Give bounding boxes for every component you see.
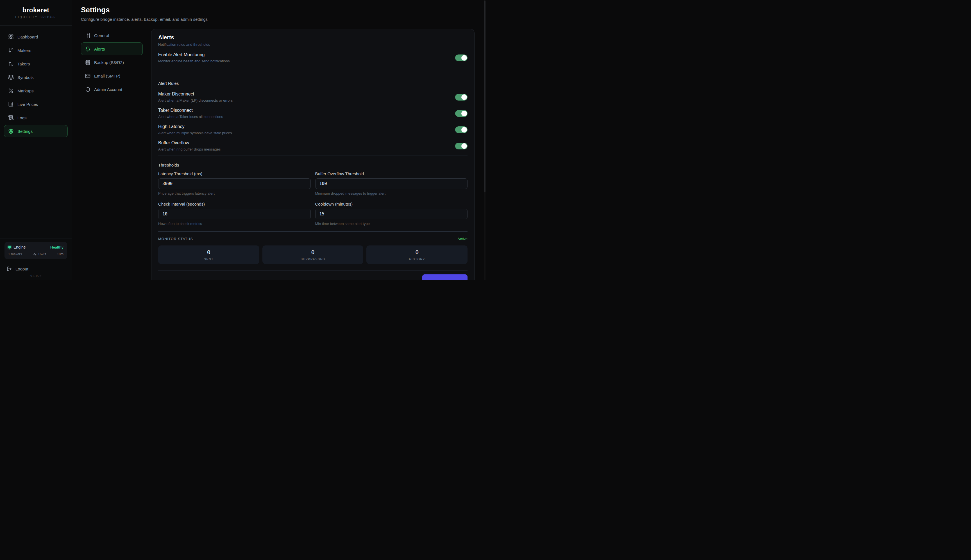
sidebar-footer: Engine Healthy 1 makers 162/s 18m Logout… (0, 238, 72, 280)
sidebar-item-takers[interactable]: Takers (4, 58, 68, 70)
tab-label: Alerts (94, 47, 105, 52)
buffer-overflow-toggle[interactable] (455, 143, 467, 149)
rule-title: Maker Disconnect (158, 92, 233, 97)
tab-alerts[interactable]: Alerts (81, 42, 143, 55)
tab-label: Email (SMTP) (94, 73, 120, 78)
layers-icon (8, 75, 14, 80)
sidebar-nav: Dashboard Makers Takers Symbols Markups … (0, 25, 72, 137)
enable-monitoring-desc: Monitor engine health and send notificat… (158, 59, 230, 63)
stat-label: SENT (204, 258, 214, 261)
main-content: Settings Configure bridge instance, aler… (72, 0, 486, 280)
tab-admin-account[interactable]: Admin Account (81, 83, 143, 96)
bell-icon (85, 46, 90, 52)
taker-disconnect-toggle[interactable] (455, 110, 467, 117)
tab-label: Backup (S3/R2) (94, 60, 124, 65)
engine-rate-value: 162/s (38, 252, 46, 256)
mail-icon (85, 73, 90, 78)
maker-disconnect-toggle[interactable] (455, 94, 467, 100)
dashboard-icon (8, 34, 14, 40)
stat-label: HISTORY (409, 258, 425, 261)
tab-label: Admin Account (94, 87, 122, 92)
rule-row-buffer-overflow: Buffer Overflow Alert when ring buffer d… (158, 140, 467, 152)
monitor-active-badge: Active (458, 237, 467, 241)
enable-monitoring-row: Enable Alert Monitoring Monitor engine h… (158, 52, 467, 63)
sidebar-item-label: Logs (17, 115, 27, 120)
sidebar-item-makers[interactable]: Makers (4, 44, 68, 57)
field-label: Buffer Overflow Threshold (315, 171, 468, 176)
tab-backup[interactable]: Backup (S3/R2) (81, 56, 143, 69)
field-label: Latency Threshold (ms) (158, 171, 311, 176)
stat-card-suppressed: 0 SUPPRESSED (262, 245, 364, 264)
tab-email[interactable]: Email (SMTP) (81, 69, 143, 82)
stat-value: 0 (207, 249, 210, 255)
app-version: v1.0.0 (0, 274, 72, 278)
enable-monitoring-toggle[interactable] (455, 55, 467, 61)
high-latency-toggle[interactable] (455, 127, 467, 133)
settings-subnav: General Alerts Backup (S3/R2) Email (SMT… (81, 29, 143, 96)
sidebar-item-dashboard[interactable]: Dashboard (4, 31, 68, 43)
scroll-text-icon (8, 115, 14, 120)
engine-uptime: 18m (57, 252, 63, 256)
sidebar-item-label: Settings (17, 129, 33, 134)
engine-label: Engine (13, 245, 26, 249)
monitor-status-heading: MONITOR STATUS (158, 237, 193, 241)
sidebar-item-logs[interactable]: Logs (4, 112, 68, 124)
engine-status-dot (8, 246, 11, 248)
latency-threshold-input[interactable] (158, 178, 311, 189)
buffer-overflow-threshold-input[interactable] (315, 178, 468, 189)
rule-row-maker-disconnect: Maker Disconnect Alert when a Maker (LP)… (158, 91, 467, 103)
tab-label: General (94, 33, 109, 38)
page-scrollbar[interactable] (484, 0, 486, 280)
sidebar-item-label: Symbols (17, 75, 34, 80)
field-buffer-overflow-threshold: Buffer Overflow Threshold Minimum droppe… (315, 171, 468, 195)
enable-monitoring-title: Enable Alert Monitoring (158, 52, 230, 57)
scrollbar-thumb[interactable] (484, 0, 486, 192)
field-helper: Minimum dropped messages to trigger aler… (315, 191, 468, 195)
thresholds-heading: Thresholds (158, 163, 467, 167)
rule-title: Buffer Overflow (158, 140, 220, 145)
rule-desc: Alert when a Maker (LP) disconnects or e… (158, 98, 233, 103)
sliders-icon (85, 33, 90, 38)
alerts-panel: Alerts Notification rules and thresholds… (151, 29, 475, 280)
field-label: Cooldown (minutes) (315, 202, 468, 207)
sidebar-item-settings[interactable]: Settings (4, 125, 68, 137)
percent-icon (8, 88, 14, 93)
sidebar-item-live-prices[interactable]: Live Prices (4, 98, 68, 110)
sidebar-item-label: Makers (17, 48, 31, 53)
brand-logo: brokeret LIQUIDITY BRIDGE (0, 0, 72, 25)
bar-chart-icon (8, 102, 14, 107)
cooldown-input[interactable] (315, 209, 468, 219)
field-helper: Price age that triggers latency alert (158, 191, 311, 195)
engine-status-card: Engine Healthy 1 makers 162/s 18m (5, 242, 67, 259)
stat-value: 0 (415, 249, 419, 255)
sidebar-item-symbols[interactable]: Symbols (4, 71, 68, 83)
gear-icon (8, 128, 14, 134)
divider (158, 74, 467, 74)
activity-icon (33, 252, 37, 256)
engine-health-badge: Healthy (50, 245, 63, 249)
divider (158, 270, 467, 270)
logout-icon (7, 266, 12, 271)
rule-title: High Latency (158, 124, 232, 129)
brand-name: brokeret (22, 7, 49, 14)
alert-rules-heading: Alert Rules (158, 81, 467, 86)
field-cooldown: Cooldown (minutes) Min time between same… (315, 202, 468, 226)
logout-button[interactable]: Logout (5, 264, 67, 274)
page-subtitle: Configure bridge instance, alerts, backu… (81, 17, 475, 22)
rule-desc: Alert when a Taker loses all connections (158, 115, 223, 119)
panel-subtitle: Notification rules and thresholds (158, 42, 467, 47)
check-interval-input[interactable] (158, 209, 311, 219)
stat-label: SUPPRESSED (300, 258, 325, 261)
rule-desc: Alert when multiple symbols have stale p… (158, 131, 232, 135)
sidebar-item-markups[interactable]: Markups (4, 85, 68, 97)
sidebar: brokeret LIQUIDITY BRIDGE Dashboard Make… (0, 0, 72, 280)
save-settings-button[interactable] (422, 274, 467, 280)
tab-general[interactable]: General (81, 29, 143, 42)
panel-title: Alerts (158, 34, 467, 41)
field-helper: Min time between same alert type (315, 222, 468, 226)
field-latency-threshold: Latency Threshold (ms) Price age that tr… (158, 171, 311, 195)
field-check-interval: Check Interval (seconds) How often to ch… (158, 202, 311, 226)
rule-title: Taker Disconnect (158, 108, 223, 113)
arrow-up-down-icon (8, 61, 14, 67)
rule-desc: Alert when ring buffer drops messages (158, 147, 220, 152)
